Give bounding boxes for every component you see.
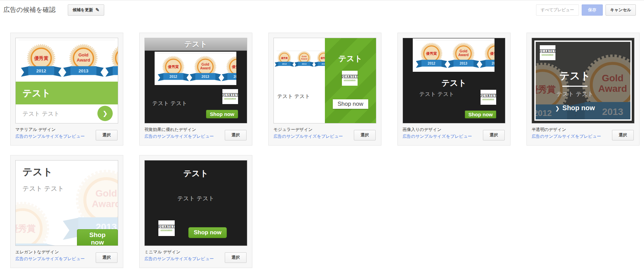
- svg-text:GoldAward: GoldAward: [77, 52, 90, 63]
- award-badge: 2012 優秀賞: [20, 43, 62, 80]
- ad-preview-image[interactable]: 2012 優秀賞 2013 GoldAward 2012 優秀賞 テスト テスト…: [403, 38, 505, 123]
- headline-band: テスト: [16, 82, 118, 104]
- select-button[interactable]: 選択: [483, 130, 505, 140]
- award-badges-image: 2012 優秀賞 2013 GoldAward 2012 優秀賞: [16, 38, 118, 82]
- select-button[interactable]: 選択: [612, 130, 634, 140]
- select-button[interactable]: 選択: [96, 252, 117, 263]
- shop-now-button[interactable]: Shop now: [77, 229, 118, 246]
- ad-description: テスト テスト: [22, 184, 64, 193]
- preview-sizes-link[interactable]: 広告のサンプルサイズをプレビュー: [15, 134, 85, 139]
- svg-text:GoldAward: GoldAward: [200, 63, 210, 70]
- ad-preview-visual[interactable]: テスト 2012 優秀賞 2013 GoldAward 2012 優秀賞: [144, 38, 247, 123]
- svg-text:2012: 2012: [428, 62, 436, 65]
- card-footer: エレガントなデザイン 広告のサンプルサイズをプレビュー 選択: [15, 249, 118, 264]
- ad-preview-modular[interactable]: 2012 優秀賞 2013 GoldAward 2012 優秀賞 テスト テスト…: [273, 38, 376, 123]
- page-header: 広告の候補を確認 候補を更新 ✎ すべてプレビュー 保存 キャンセル: [0, 0, 644, 19]
- svg-text:2012: 2012: [321, 63, 325, 65]
- svg-text:2012: 2012: [492, 62, 494, 65]
- svg-text:2013: 2013: [202, 75, 209, 79]
- ad-description: テスト テスト: [152, 100, 187, 107]
- card-footer: 視覚効果に優れたデザイン 広告のサンプルサイズをプレビュー 選択: [144, 126, 247, 142]
- ad-preview-elegant[interactable]: 2012 優秀賞 2013 GoldAward テスト テスト テスト Shop…: [15, 160, 118, 246]
- preview-sizes-link[interactable]: 広告のサンプルサイズをプレビュー: [15, 256, 85, 262]
- ad-description: テスト テスト: [145, 195, 247, 202]
- svg-text:GoldAward: GoldAward: [301, 55, 308, 60]
- award-badge: 2012 優秀賞: [274, 51, 294, 68]
- ad-headline: テスト: [16, 82, 118, 99]
- award-badges-image: 2012 優秀賞 2013 GoldAward 2012 優秀賞: [155, 52, 236, 85]
- award-badge: 2013 GoldAward: [63, 43, 104, 80]
- award-badge: 2013 GoldAward: [189, 55, 221, 83]
- ad-preview-translucent[interactable]: 2012 優秀賞 2013 GoldAward QUARTET communic…: [532, 38, 634, 123]
- ad-headline: テスト: [145, 168, 247, 179]
- shop-now-button[interactable]: Shop now: [206, 110, 238, 118]
- quartet-logo: QUARTET communications: [342, 71, 358, 86]
- arrow-fab-button[interactable]: ❯: [97, 106, 113, 121]
- quartet-logo: QUARTET communications: [540, 45, 555, 60]
- quartet-logo: QUARTET communications: [158, 220, 175, 236]
- ad-card-image: 2012 優秀賞 2013 GoldAward 2012 優秀賞 テスト テスト…: [397, 33, 511, 146]
- ad-preview-material[interactable]: 2012 優秀賞 2013 GoldAward 2012 優秀賞 テスト テスト…: [15, 38, 118, 123]
- award-badge: 2013 GoldAward: [447, 42, 480, 70]
- preview-sizes-link[interactable]: 広告のサンプルサイズをプレビュー: [273, 134, 343, 139]
- select-button[interactable]: 選択: [354, 130, 376, 140]
- headline-underline: [562, 86, 587, 87]
- ad-headline: テスト: [403, 78, 505, 88]
- award-badge: 2012 優秀賞: [157, 55, 189, 83]
- ad-card-visual: テスト 2012 優秀賞 2013 GoldAward 2012 優秀賞: [139, 33, 252, 146]
- ad-preview-minimal[interactable]: テスト テスト テスト QUARTET communications Shop …: [144, 160, 247, 246]
- chevron-right-icon: ❯: [555, 105, 560, 111]
- svg-text:2012: 2012: [170, 75, 177, 79]
- pencil-icon: ✎: [95, 7, 99, 13]
- ad-description: テスト テスト: [419, 91, 454, 98]
- svg-text:2013: 2013: [79, 68, 89, 73]
- ad-headline: テスト: [22, 165, 53, 179]
- shop-now-button[interactable]: Shop now: [333, 99, 368, 109]
- award-badge: 2012 優秀賞: [314, 51, 325, 68]
- svg-text:優秀賞: 優秀賞: [426, 51, 437, 55]
- svg-text:優秀賞: 優秀賞: [320, 57, 325, 60]
- award-badge: 2012 優秀賞: [415, 42, 447, 70]
- award-badge: 2012 優秀賞: [105, 43, 118, 80]
- card-footer: 画像入りのデザイン 広告のサンプルサイズをプレビュー 選択: [403, 126, 505, 142]
- preview-all-button[interactable]: すべてプレビュー: [536, 4, 579, 16]
- award-badge: 2013 GoldAward: [294, 51, 314, 68]
- green-stripe-panel: テスト QUARTET communications Shop now: [325, 38, 376, 123]
- svg-text:2012: 2012: [234, 75, 236, 79]
- award-badge: 2012 優秀賞: [480, 42, 494, 70]
- cancel-button[interactable]: キャンセル: [606, 4, 636, 16]
- svg-text:GoldAward: GoldAward: [92, 188, 118, 209]
- svg-text:優秀賞: 優秀賞: [232, 65, 236, 69]
- card-footer: 半透明のデザイン 広告のサンプルサイズをプレビュー 選択: [532, 126, 634, 142]
- svg-text:優秀賞: 優秀賞: [168, 65, 179, 69]
- select-button[interactable]: 選択: [225, 252, 247, 263]
- shop-now-button[interactable]: Shop now: [465, 111, 496, 118]
- ad-description: テスト テスト: [536, 90, 614, 98]
- select-button[interactable]: 選択: [225, 130, 247, 140]
- svg-text:優秀賞: 優秀賞: [34, 55, 48, 61]
- preview-sizes-link[interactable]: 広告のサンプルサイズをプレビュー: [532, 134, 601, 139]
- white-panel: 2012 優秀賞 2013 GoldAward 2012 優秀賞 テスト テスト: [274, 38, 325, 123]
- ad-card-elegant: 2012 優秀賞 2013 GoldAward テスト テスト テスト Shop…: [10, 155, 123, 268]
- update-candidates-button[interactable]: 候補を更新 ✎: [68, 4, 104, 16]
- ad-headline: テスト: [536, 69, 614, 83]
- ad-description: テスト テスト: [277, 93, 310, 100]
- headline-block: テスト: [536, 69, 614, 87]
- preview-sizes-link[interactable]: 広告のサンプルサイズをプレビュー: [144, 134, 214, 139]
- quartet-logo: QUARTET communications: [481, 90, 496, 105]
- svg-text:優秀賞: 優秀賞: [490, 51, 494, 55]
- preview-sizes-link[interactable]: 広告のサンプルサイズをプレビュー: [144, 256, 214, 262]
- ad-card-modular: 2012 優秀賞 2013 GoldAward 2012 優秀賞 テスト テスト…: [268, 33, 381, 146]
- preview-sizes-link[interactable]: 広告のサンプルサイズをプレビュー: [403, 134, 472, 139]
- quartet-logo: QUARTET communications: [222, 89, 238, 104]
- inner-frame: 2012 優秀賞 2013 GoldAward QUARTET communic…: [534, 40, 632, 121]
- shop-now-button[interactable]: Shop now: [188, 227, 227, 238]
- svg-text:2012: 2012: [282, 63, 287, 65]
- save-button[interactable]: 保存: [582, 4, 603, 16]
- ad-description: テスト テスト: [22, 110, 60, 118]
- shop-now-button[interactable]: ❯Shop now: [536, 104, 614, 112]
- card-footer: モジュラーデザイン 広告のサンプルサイズをプレビュー 選択: [273, 126, 376, 142]
- svg-text:GoldAward: GoldAward: [458, 49, 469, 57]
- chevron-right-icon: ❯: [103, 110, 108, 117]
- select-button[interactable]: 選択: [96, 130, 117, 140]
